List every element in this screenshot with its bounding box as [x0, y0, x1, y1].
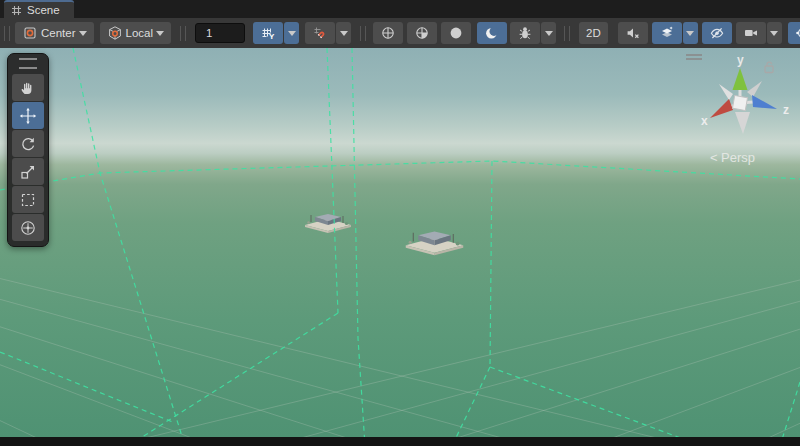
snap-options-dropdown[interactable] — [336, 22, 351, 44]
video-camera-icon — [743, 25, 759, 41]
audio-toggle[interactable] — [618, 22, 648, 44]
gizmo-y-axis-label[interactable]: y — [737, 53, 744, 67]
debug-draw-dropdown[interactable] — [541, 22, 556, 44]
chevron-down-icon — [156, 31, 164, 36]
projection-label[interactable]: < Persp — [710, 150, 755, 165]
grid-axis-icon: Y — [260, 25, 276, 41]
tool-palette-overlay — [7, 53, 49, 247]
speaker-muted-icon — [625, 25, 641, 41]
shaded-wireframe-mode-button[interactable] — [407, 22, 437, 44]
gizmos-toggle[interactable] — [788, 22, 800, 44]
unity-scene-window: Scene Center Local — [0, 0, 800, 446]
toolbar-drag-handle[interactable] — [4, 26, 10, 41]
move-tool-button[interactable] — [12, 102, 44, 129]
shaded-wireframe-sphere-icon — [414, 25, 430, 41]
scale-icon — [19, 163, 37, 181]
chevron-down-icon — [79, 31, 87, 36]
pivot-mode-label: Center — [41, 27, 76, 39]
grid-tab-icon — [11, 5, 22, 16]
gizmo-center-cube[interactable] — [732, 95, 747, 110]
scene-viewport[interactable]: y x z < Persp — [0, 48, 800, 437]
scene-effects-toggle[interactable] — [652, 22, 682, 44]
scale-tool-button[interactable] — [12, 158, 44, 185]
bug-icon — [517, 25, 533, 41]
wireframe-mode-button[interactable] — [373, 22, 403, 44]
scene-effects-dropdown[interactable] — [683, 22, 698, 44]
crescent-moon-icon — [484, 25, 500, 41]
scene-camera-settings-button[interactable] — [736, 22, 766, 44]
grid-snapping-button[interactable] — [305, 22, 335, 44]
scene-visibility-toggle[interactable] — [702, 22, 732, 44]
rotate-icon — [19, 135, 37, 153]
scene-camera-dropdown[interactable] — [767, 22, 782, 44]
pan-tool-button[interactable] — [12, 74, 44, 101]
orientation-gizmo-icon — [795, 25, 800, 41]
transform-tool-button[interactable] — [12, 214, 44, 241]
grid-options-dropdown[interactable] — [284, 22, 299, 44]
snap-magnet-icon — [312, 25, 328, 41]
orientation-mode-label: Local — [126, 27, 154, 39]
hand-icon — [19, 79, 37, 97]
grid-visibility-button[interactable]: Y — [253, 22, 283, 44]
palette-drag-handle[interactable] — [19, 58, 37, 69]
projection-arrow-icon: < — [710, 150, 718, 165]
tab-label: Scene — [27, 4, 60, 16]
gizmo-x-axis-label[interactable]: x — [701, 114, 708, 128]
2d-view-toggle[interactable]: 2D — [579, 22, 608, 44]
wireframe-sphere-icon — [380, 25, 396, 41]
rect-tool-button[interactable] — [12, 186, 44, 213]
debug-draw-mode-button[interactable] — [510, 22, 540, 44]
scene-toolbar: Center Local Y — [0, 18, 800, 49]
projection-text: Persp — [721, 150, 755, 165]
local-cube-icon — [107, 25, 123, 41]
eye-slash-icon — [709, 25, 725, 41]
toolbar-separator — [180, 26, 186, 41]
tab-bar: Scene — [0, 0, 800, 18]
pivot-center-icon — [22, 25, 38, 41]
shaded-sphere-icon — [448, 25, 464, 41]
transform-tool-icon — [19, 219, 37, 237]
tab-scene[interactable]: Scene — [4, 0, 74, 18]
snap-increment-field[interactable] — [195, 23, 245, 43]
viewport-bottom-edge — [0, 437, 800, 446]
scene-lighting-toggle[interactable] — [477, 22, 507, 44]
rect-tool-icon — [19, 191, 37, 209]
layers-icon — [659, 25, 675, 41]
svg-text:Y: Y — [269, 32, 275, 41]
orientation-mode-dropdown[interactable]: Local — [100, 22, 172, 44]
sky-and-ground — [0, 48, 800, 437]
gizmo-z-axis-label[interactable]: z — [783, 103, 789, 117]
pivot-mode-dropdown[interactable]: Center — [15, 22, 94, 44]
toolbar-separator — [360, 26, 366, 41]
shaded-mode-button[interactable] — [441, 22, 471, 44]
toolbar-separator — [564, 26, 570, 41]
move-arrows-icon — [19, 107, 37, 125]
rotate-tool-button[interactable] — [12, 130, 44, 157]
2d-label: 2D — [586, 27, 601, 39]
